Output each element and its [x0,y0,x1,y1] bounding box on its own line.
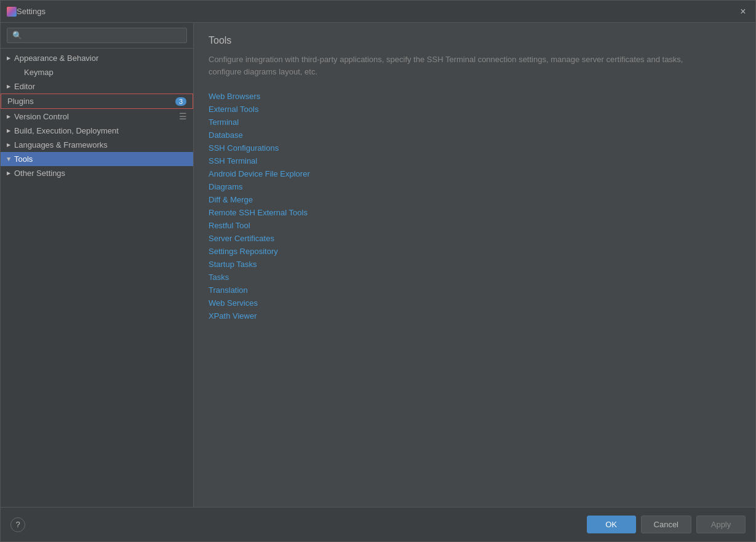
tools-link-android-device[interactable]: Android Device File Explorer [209,167,741,180]
tools-link-restful-tool[interactable]: Restful Tool [209,219,741,232]
app-icon [7,7,17,17]
plugins-badge: 3 [175,97,186,106]
sidebar: ▶ Appearance & Behavior Keymap ▶ Editor … [1,23,194,507]
sidebar-item-label: Plugins [7,97,34,106]
sidebar-item-other-settings[interactable]: ▶ Other Settings [1,166,193,180]
sidebar-item-label: Version Control [14,112,69,121]
tools-link-server-certs[interactable]: Server Certificates [209,232,741,245]
tools-link-remote-ssh[interactable]: Remote SSH External Tools [209,206,741,219]
tools-links-list: Web Browsers External Tools Terminal Dat… [209,90,741,322]
footer-left: ? [10,517,25,532]
sidebar-item-editor[interactable]: ▶ Editor [1,79,193,94]
tools-link-web-services[interactable]: Web Services [209,297,741,309]
ok-button[interactable]: OK [587,516,636,533]
tools-link-external-tools[interactable]: External Tools [209,103,741,116]
sidebar-item-label: Languages & Frameworks [14,140,108,149]
sidebar-item-plugins[interactable]: Plugins 3 [1,94,193,109]
tools-link-diff-merge[interactable]: Diff & Merge [209,193,741,206]
sidebar-list: ▶ Appearance & Behavior Keymap ▶ Editor … [1,49,193,507]
tools-link-translation[interactable]: Translation [209,284,741,297]
cancel-button[interactable]: Cancel [641,516,691,533]
chevron-right-icon: ▶ [7,84,10,89]
settings-icon: ☰ [179,111,187,121]
tools-link-ssh-terminal[interactable]: SSH Terminal [209,154,741,167]
sidebar-item-label: Build, Execution, Deployment [14,126,119,135]
sidebar-item-label: Editor [14,82,35,91]
sidebar-item-tools[interactable]: ▶ Tools [1,152,193,166]
tools-link-ssh-configurations[interactable]: SSH Configurations [209,141,741,154]
dialog-title: Settings [17,7,737,16]
footer-right: OK Cancel Apply [587,516,746,533]
sidebar-item-appearance[interactable]: ▶ Appearance & Behavior [1,51,193,65]
settings-dialog: Settings × ▶ Appearance & Behavior Keyma… [0,0,756,542]
sidebar-item-version-control[interactable]: ▶ Version Control ☰ [1,109,193,124]
main-area: ▶ Appearance & Behavior Keymap ▶ Editor … [1,23,755,507]
chevron-right-icon: ▶ [7,114,10,119]
chevron-right-icon: ▶ [7,55,10,61]
content-area: Tools Configure integration with third-p… [194,23,755,507]
search-input[interactable] [7,28,187,43]
tools-link-tasks[interactable]: Tasks [209,271,741,284]
apply-button[interactable]: Apply [696,516,746,533]
chevron-down-icon: ▶ [6,157,12,161]
title-bar: Settings × [1,1,755,23]
chevron-right-icon: ▶ [7,170,10,176]
tools-link-diagrams[interactable]: Diagrams [209,180,741,193]
tools-link-web-browsers[interactable]: Web Browsers [209,90,741,103]
close-button[interactable]: × [737,6,749,18]
sidebar-item-build[interactable]: ▶ Build, Execution, Deployment [1,124,193,138]
tools-link-startup-tasks[interactable]: Startup Tasks [209,258,741,271]
content-title: Tools [209,35,741,46]
tools-link-xpath-viewer[interactable]: XPath Viewer [209,309,741,322]
chevron-right-icon: ▶ [7,142,10,148]
sidebar-item-keymap[interactable]: Keymap [1,65,193,79]
tools-link-terminal[interactable]: Terminal [209,116,741,129]
content-description: Configure integration with third-party a… [209,54,701,78]
tools-link-settings-repo[interactable]: Settings Repository [209,245,741,258]
sidebar-item-languages[interactable]: ▶ Languages & Frameworks [1,138,193,152]
search-wrapper [1,23,193,49]
footer: ? OK Cancel Apply [1,507,755,541]
chevron-right-icon: ▶ [7,128,10,134]
sidebar-item-label: Keymap [24,68,54,77]
sidebar-item-label: Appearance & Behavior [14,54,98,63]
sidebar-item-label: Other Settings [14,169,65,178]
help-button[interactable]: ? [10,517,25,532]
tools-link-database[interactable]: Database [209,129,741,141]
sidebar-item-label: Tools [14,154,33,164]
